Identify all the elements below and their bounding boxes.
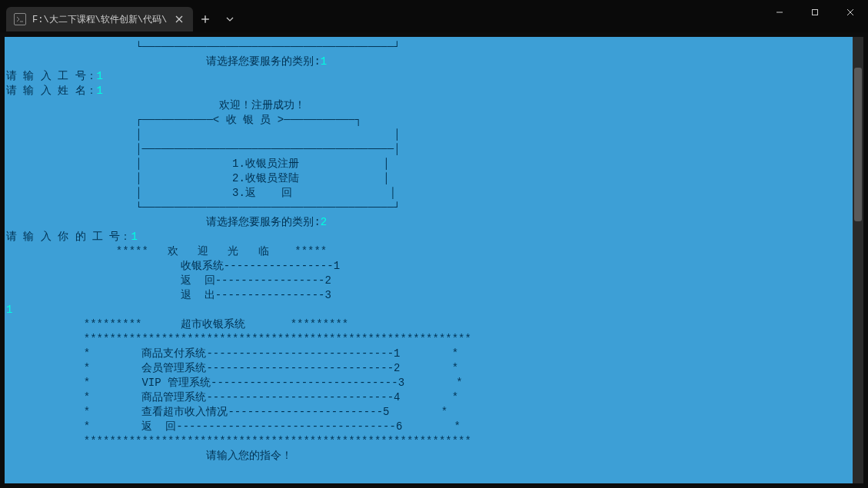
minimize-button[interactable] [762, 0, 797, 25]
line: 请 输 入 你 的 工 号： [6, 231, 131, 243]
scrollbar[interactable] [853, 37, 863, 483]
maximize-button[interactable] [797, 0, 833, 25]
tabs-area: F:\大二下课程\软件创新\代码\ [0, 0, 242, 32]
line: ****************************************… [6, 333, 471, 345]
line: 返 回-----------------2 [6, 274, 331, 287]
new-tab-button[interactable] [193, 7, 218, 32]
user-input: 1 [97, 85, 103, 97]
line: 请 输 入 姓 名： [6, 85, 97, 97]
user-input: 2 [321, 216, 327, 228]
close-window-button[interactable] [833, 0, 868, 25]
line: 请选择您要服务的类别: [6, 55, 321, 68]
line: * 商品管理系统-----------------------------4 * [6, 391, 458, 403]
user-input: 1 [131, 231, 137, 243]
tab-title: F:\大二下课程\软件创新\代码\ [32, 13, 167, 26]
tab-dropdown-button[interactable] [218, 7, 242, 32]
line: ┌───────────< 收 银 员 >───────────┐ [6, 114, 361, 126]
user-input: 1 [6, 304, 12, 316]
scroll-thumb[interactable] [854, 68, 862, 221]
line: * 会员管理系统-----------------------------2 * [6, 362, 458, 374]
terminal-icon [14, 13, 26, 25]
line: 请输入您的指令！ [6, 450, 292, 462]
terminal-container: └───────────────────────────────────────… [0, 32, 868, 488]
line: └───────────────────────────────────────… [6, 201, 400, 214]
terminal-output[interactable]: └───────────────────────────────────────… [5, 37, 853, 483]
line: 请 输 入 工 号： [6, 70, 97, 82]
user-input: 1 [97, 70, 103, 82]
line: * VIP 管理系统-----------------------------3… [6, 377, 463, 389]
svg-rect-6 [813, 10, 818, 15]
terminal-window: F:\大二下课程\软件创新\代码\ [0, 0, 868, 488]
line: └───────────────────────────────────────… [6, 41, 400, 53]
line: * 返 回----------------------------------6… [6, 420, 461, 433]
line: 请选择您要服务的类别: [6, 216, 321, 228]
line: 收银系统-----------------1 [6, 260, 340, 272]
line: ***** 欢 迎 光 临 ***** [6, 245, 327, 257]
line: ********* 超市收银系统 ********* [6, 318, 348, 330]
line: │ 1.收银员注册 │ [6, 158, 389, 170]
close-tab-button[interactable] [173, 13, 185, 25]
line: │ 2.收银员登陆 │ [6, 172, 389, 184]
line: * 查看超市收入情况------------------------5 * [6, 406, 447, 418]
line: ****************************************… [6, 435, 471, 447]
titlebar: F:\大二下课程\软件创新\代码\ [0, 0, 868, 32]
line: │ │ [6, 128, 400, 141]
line: │───────────────────────────────────────… [6, 143, 400, 155]
line: 退 出-----------------3 [6, 289, 331, 301]
line: │ 3.返 回 │ [6, 187, 396, 199]
user-input: 1 [321, 55, 327, 68]
line: 欢迎！注册成功！ [6, 99, 305, 111]
tab-active[interactable]: F:\大二下课程\软件创新\代码\ [6, 7, 193, 32]
window-controls [762, 0, 868, 32]
line: * 商品支付系统-----------------------------1 * [6, 347, 458, 360]
